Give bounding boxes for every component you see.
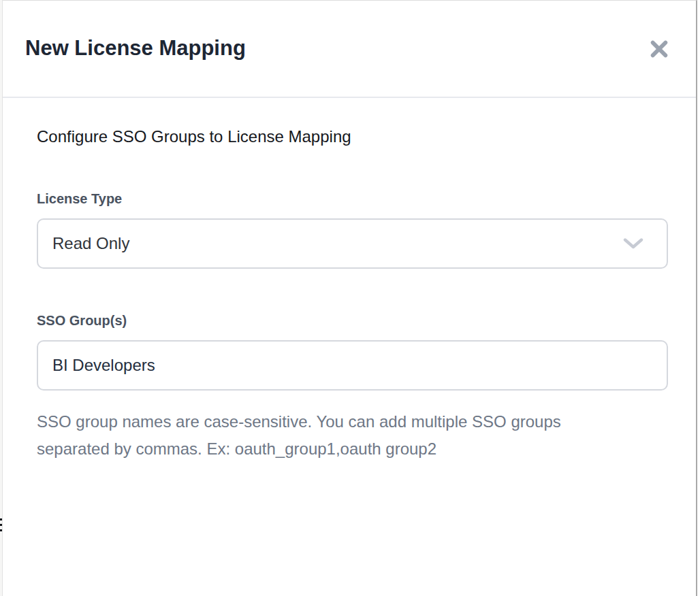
sso-groups-label: SSO Group(s) [37, 312, 662, 329]
sso-groups-helper-text: SSO group names are case-sensitive. You … [37, 408, 636, 463]
underlay-text-fragment [0, 529, 2, 531]
sso-groups-input[interactable] [37, 340, 668, 391]
dialog-description: Configure SSO Groups to License Mapping [37, 127, 662, 147]
close-button[interactable] [648, 37, 671, 61]
license-type-select[interactable]: Read Only [37, 218, 668, 269]
license-type-label: License Type [37, 191, 662, 207]
underlay-text-fragment [0, 524, 2, 526]
underlay-text-fragment [0, 518, 2, 520]
new-license-mapping-dialog: New License Mapping Configure SSO Groups… [3, 0, 697, 596]
license-type-selected-value: Read Only [52, 234, 129, 253]
license-type-field: License Type Read Only [37, 191, 662, 269]
dialog-body: Configure SSO Groups to License Mapping … [3, 98, 696, 463]
chevron-down-icon [623, 237, 643, 250]
close-icon [649, 39, 669, 59]
sso-groups-field: SSO Group(s) SSO group names are case-se… [37, 312, 662, 463]
dialog-header: New License Mapping [3, 1, 696, 98]
dialog-title: New License Mapping [25, 37, 246, 60]
background-right-sliver [697, 0, 700, 596]
